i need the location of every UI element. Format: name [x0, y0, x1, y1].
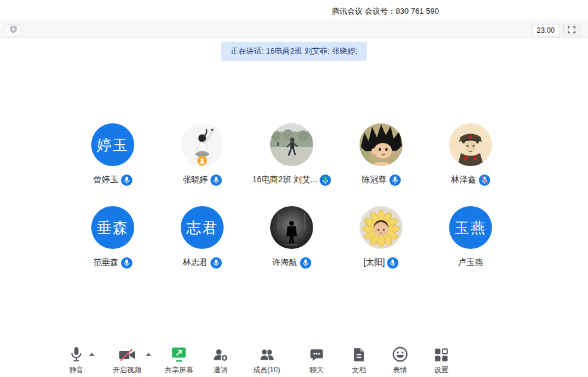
- speaking-banner: 正在讲话: 16电商2班 刘艾菲; 张晓婷;: [221, 42, 367, 61]
- participant-tile[interactable]: 垂森范垂森: [68, 206, 157, 269]
- mic-status-on-icon: [389, 175, 401, 186]
- avatar-initials-text: 垂森: [97, 218, 129, 238]
- security-shield-icon: [10, 25, 17, 36]
- mute-button-options-caret-icon[interactable]: [89, 353, 95, 356]
- participant-nameline: 曾婷玉: [94, 174, 132, 186]
- invite-button[interactable]: 邀请: [213, 347, 228, 375]
- outdoor-field-photo-avatar: [270, 123, 313, 166]
- participant-name: 陈冠尊: [362, 175, 387, 185]
- docs-button[interactable]: 文档: [352, 347, 366, 375]
- screen-share-icon: [165, 347, 193, 362]
- meeting-title: 腾讯会议 会议号：830 761 590: [332, 6, 439, 17]
- participant-name: 林泽鑫: [451, 175, 476, 185]
- document-icon: [352, 347, 366, 362]
- participant-tile[interactable]: 志君林志君: [157, 206, 247, 269]
- fullscreen-button[interactable]: [563, 24, 580, 36]
- participant-row: 垂森范垂森志君林志君许海航[太阳]玉燕卢玉燕: [68, 206, 515, 269]
- participant-row: 婷玉曾婷玉张晓婷16电商2班 刘艾...陈冠尊林泽鑫: [68, 123, 515, 186]
- mic-status-muted-icon: [479, 175, 490, 186]
- participant-name: 16电商2班 刘艾...: [252, 175, 317, 185]
- participant-name: 范垂森: [94, 257, 119, 268]
- emoji-button[interactable]: 表情: [392, 347, 408, 375]
- participant-name: 林志君: [183, 257, 208, 268]
- participant-nameline: 林志君: [183, 257, 222, 269]
- mic-status-on-icon: [387, 257, 398, 269]
- participant-nameline: 许海航: [273, 257, 311, 269]
- chat-button[interactable]: 聊天: [310, 347, 324, 375]
- mute-button[interactable]: 静音: [69, 347, 83, 375]
- meeting-control-strip: 23:00: [0, 21, 588, 38]
- start-video-button-options-caret-icon[interactable]: [146, 353, 151, 356]
- toolbar-item-label: 静音: [69, 365, 83, 375]
- toolbar-item-label: 文档: [352, 365, 366, 375]
- toolbar-item-label: 共享屏幕: [165, 365, 193, 375]
- participant-name: 卢玉燕: [458, 257, 483, 268]
- participant-name: [太阳]: [364, 257, 385, 268]
- emoji-smile-icon: [392, 347, 408, 362]
- participant-nameline: 林泽鑫: [451, 174, 490, 186]
- mic-status-on-icon: [211, 257, 222, 269]
- bottom-toolbar: 离开会议 静音开启视频共享屏幕邀请成员(10)聊天文档表情设置: [0, 341, 588, 377]
- members-button[interactable]: 成员(10): [253, 347, 280, 375]
- avatar-initials-text: 婷玉: [97, 135, 129, 155]
- participant-name: 曾婷玉: [94, 175, 119, 185]
- mic-status-on-icon: [300, 257, 311, 269]
- initials-avatar: 垂森: [91, 206, 134, 249]
- goku-cartoon-avatar: [360, 123, 403, 166]
- settings-button[interactable]: 设置: [434, 347, 448, 375]
- mic-status-on-icon: [121, 175, 132, 186]
- settings-grid-icon: [434, 347, 448, 362]
- meeting-timer: 23:00: [532, 24, 559, 36]
- meeting-security-button[interactable]: [5, 24, 21, 36]
- sunflower-face-photo-avatar: [360, 206, 403, 249]
- start-video-button[interactable]: 开启视频: [113, 347, 141, 375]
- participant-nameline: 陈冠尊: [362, 174, 401, 186]
- mic-status-on-icon: [121, 257, 132, 269]
- invite-person-icon: [213, 347, 228, 362]
- avatar-initials-text: 志君: [186, 218, 218, 238]
- participant-tile[interactable]: 许海航: [247, 206, 336, 269]
- participant-tile[interactable]: [太阳]: [336, 206, 426, 269]
- participant-name: 许海航: [273, 257, 298, 268]
- participant-tile[interactable]: 婷玉曾婷玉: [68, 123, 157, 186]
- toolbar-item-label: 成员(10): [253, 365, 280, 375]
- toolbar-item-label: 开启视频: [113, 365, 141, 375]
- fullscreen-icon: [568, 25, 575, 36]
- participant-name: 张晓婷: [183, 175, 208, 185]
- initials-avatar: 玉燕: [449, 206, 492, 249]
- toolbar-item-label: 聊天: [310, 365, 324, 375]
- chat-bubble-icon: [310, 347, 324, 362]
- initials-avatar: 志君: [181, 206, 224, 249]
- mic-status-speaking-icon: [320, 175, 331, 186]
- military-portrait-illustration-avatar: [449, 123, 492, 166]
- participant-nameline: [太阳]: [364, 257, 399, 269]
- avatar-initials-text: 玉燕: [454, 218, 487, 238]
- initials-avatar: 婷玉: [91, 123, 134, 166]
- participant-tile[interactable]: 张晓婷: [157, 123, 247, 186]
- members-icon: [253, 347, 280, 362]
- participant-grid: 婷玉曾婷玉张晓婷16电商2班 刘艾...陈冠尊林泽鑫垂森范垂森志君林志君许海航[…: [68, 123, 515, 269]
- participant-tile[interactable]: 玉燕卢玉燕: [426, 206, 515, 269]
- share-screen-button[interactable]: 共享屏幕: [165, 347, 193, 375]
- camera-off-icon: [113, 347, 141, 362]
- participant-nameline: 范垂森: [94, 257, 132, 269]
- participant-tile[interactable]: 林泽鑫: [426, 123, 515, 186]
- toolbar-item-label: 表情: [392, 365, 408, 375]
- participant-nameline: 卢玉燕: [458, 257, 483, 269]
- mic-status-on-icon: [211, 175, 222, 186]
- participant-tile[interactable]: 陈冠尊: [336, 123, 426, 186]
- participant-nameline: 16电商2班 刘艾...: [252, 174, 331, 186]
- participant-tile[interactable]: 16电商2班 刘艾...: [247, 123, 336, 186]
- dark-silhouette-photo-avatar: [270, 206, 313, 249]
- toolbar-item-label: 设置: [434, 365, 448, 375]
- host-badge-icon: [197, 156, 207, 166]
- participant-nameline: 张晓婷: [183, 174, 222, 186]
- girl-pointing-illustration-avatar: [181, 123, 224, 166]
- window-title-bar: 腾讯会议 会议号：830 761 590: [0, 0, 588, 21]
- microphone-icon: [69, 347, 83, 362]
- toolbar-item-label: 邀请: [213, 365, 228, 375]
